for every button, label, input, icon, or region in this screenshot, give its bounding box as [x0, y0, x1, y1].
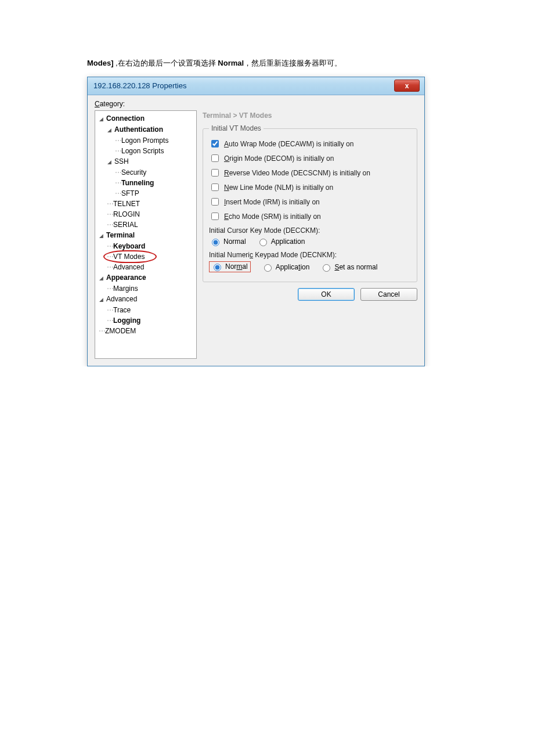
tree-item-keyboard[interactable]: ⋯Keyboard [107, 241, 195, 251]
tree-item-terminal[interactable]: ◢Terminal ⋯Keyboard ⋯VT Modes ⋯Advanced [99, 230, 195, 272]
category-tree[interactable]: ◢Connection ◢Authentication ⋯Logon Promp… [95, 110, 197, 359]
initial-vt-modes-group: Initial VT Modes Auto Wrap Mode (DECAWM)… [203, 124, 417, 282]
tree-item-security[interactable]: ⋯Security [115, 167, 195, 178]
radio-keypad-set-normal[interactable]: Set as normal [320, 262, 377, 272]
group-legend: Initial VT Modes [209, 124, 264, 132]
checkbox-origin-input[interactable] [211, 154, 219, 162]
tree-item-advanced2[interactable]: ◢Advanced ⋯Trace ⋯Logging [99, 294, 195, 326]
checkbox-newline-label: New Line Mode (NLM) is initially on [224, 183, 333, 192]
tree-item-tunneling[interactable]: ⋯Tunneling [115, 178, 195, 188]
cursor-mode-label: Initial Cursor Key Mode (DECCKM): [209, 226, 411, 235]
tree-item-serial[interactable]: ⋯SERIAL [107, 219, 195, 230]
checkbox-reverse-label: Reverse Video Mode (DECSCNM) is initiall… [224, 169, 370, 177]
close-icon: x [405, 82, 409, 90]
titlebar[interactable]: 192.168.220.128 Properties x [88, 77, 424, 95]
dialog-title: 192.168.220.128 Properties [93, 81, 186, 90]
tree-item-zmodem[interactable]: ⋯ZMODEM [99, 326, 195, 336]
properties-dialog: 192.168.220.128 Properties x Category: ◢… [87, 77, 425, 366]
tree-item-vt-modes[interactable]: ⋯VT Modes [107, 251, 195, 262]
tree-item-logon-scripts[interactable]: ⋯Logon Scripts [115, 146, 195, 156]
radio-cursor-normal[interactable]: Normal [209, 237, 246, 246]
checkbox-auto-wrap[interactable]: Auto Wrap Mode (DECAWM) is initially on [209, 138, 411, 149]
close-button[interactable]: x [394, 80, 420, 92]
tree-item-advanced[interactable]: ⋯Advanced [107, 262, 195, 272]
checkbox-insert-input[interactable] [211, 198, 219, 206]
tree-item-authentication[interactable]: ◢Authentication ⋯Logon Prompts ⋯Logon Sc… [107, 124, 195, 156]
checkbox-newline-input[interactable] [211, 183, 219, 191]
tree-item-sftp[interactable]: ⋯SFTP [115, 188, 195, 199]
caption-text: Modes] ,在右边的最后一个设置项选择 Normal，然后重新连接服务器即可… [87, 58, 447, 69]
tree-item-logging[interactable]: ⋯Logging [107, 315, 195, 326]
checkbox-origin[interactable]: Origin Mode (DECOM) is initially on [209, 153, 411, 164]
checkbox-newline[interactable]: New Line Mode (NLM) is initially on [209, 182, 411, 193]
tree-item-logon-prompts[interactable]: ⋯Logon Prompts [115, 135, 195, 146]
checkbox-insert[interactable]: Insert Mode (IRM) is initially on [209, 196, 411, 207]
checkbox-auto-wrap-input[interactable] [211, 140, 219, 147]
tree-item-trace[interactable]: ⋯Trace [107, 305, 195, 315]
checkbox-origin-label: Origin Mode (DECOM) is initially on [224, 154, 334, 163]
cancel-button[interactable]: Cancel [360, 288, 417, 301]
radio-keypad-application[interactable]: Application [261, 262, 310, 272]
ok-button[interactable]: OK [298, 288, 355, 301]
tree-item-margins[interactable]: ⋯Margins [107, 283, 195, 294]
tree-item-appearance[interactable]: ◢Appearance ⋯Margins [99, 272, 195, 294]
checkbox-auto-wrap-label: Auto Wrap Mode (DECAWM) is initially on [224, 140, 353, 148]
tree-item-telnet[interactable]: ⋯TELNET [107, 199, 195, 209]
checkbox-reverse[interactable]: Reverse Video Mode (DECSCNM) is initiall… [209, 167, 411, 178]
tree-item-connection[interactable]: ◢Connection ◢Authentication ⋯Logon Promp… [99, 113, 195, 230]
panel-breadcrumb: Terminal > VT Modes [203, 111, 417, 120]
checkbox-echo[interactable]: Echo Mode (SRM) is initially on [209, 211, 411, 222]
tree-item-ssh[interactable]: ◢SSH ⋯Security ⋯Tunneling ⋯SFTP [107, 156, 195, 199]
keypad-mode-label: Initial Numeric Keypad Mode (DECNKM): [209, 251, 411, 259]
tree-item-rlogin[interactable]: ⋯RLOGIN [107, 209, 195, 219]
checkbox-reverse-input[interactable] [211, 169, 219, 177]
radio-cursor-application[interactable]: Application [257, 237, 305, 246]
checkbox-echo-input[interactable] [211, 213, 219, 220]
checkbox-insert-label: Insert Mode (IRM) is initially on [224, 198, 320, 206]
radio-keypad-normal[interactable]: Normal [209, 261, 251, 272]
checkbox-echo-label: Echo Mode (SRM) is initially on [224, 213, 321, 221]
category-label: Category: [95, 100, 417, 108]
